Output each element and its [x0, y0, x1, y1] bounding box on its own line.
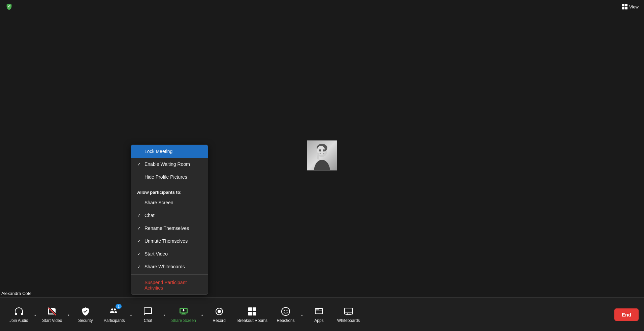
record-button[interactable]: Record	[206, 303, 233, 326]
chevron-up-video-icon	[67, 311, 70, 318]
whiteboards-button[interactable]: Whiteboards	[334, 303, 363, 326]
join-audio-arrow[interactable]	[33, 310, 37, 319]
menu-item-suspend[interactable]: Suspend Participant Activities	[131, 276, 208, 294]
svg-point-10	[323, 149, 325, 152]
menu-item-enable-waiting-room[interactable]: ✓ Enable Waiting Room	[131, 158, 208, 171]
svg-rect-16	[248, 307, 252, 311]
participant-avatar	[307, 140, 337, 171]
record-label: Record	[213, 318, 226, 323]
share-screen-label: Share Screen	[171, 318, 196, 323]
chat-icon	[142, 306, 153, 317]
security-button[interactable]: Security	[72, 303, 99, 326]
apps-button[interactable]: Apps	[305, 303, 332, 326]
participants-arrow[interactable]	[129, 310, 133, 319]
menu-item-chat[interactable]: ✓ Chat	[131, 209, 208, 222]
security-menu: Lock Meeting ✓ Enable Waiting Room Hide …	[131, 145, 208, 295]
check-icon-start-video: ✓	[137, 251, 142, 257]
apps-label: Apps	[314, 318, 323, 323]
grid-icon	[622, 4, 627, 9]
headphone-icon	[13, 306, 24, 317]
menu-item-share-screen[interactable]: Share Screen	[131, 196, 208, 209]
menu-item-lock-meeting[interactable]: Lock Meeting	[131, 145, 208, 158]
svg-rect-28	[345, 308, 353, 314]
share-screen-arrow[interactable]	[200, 310, 204, 319]
check-icon-chat: ✓	[137, 213, 142, 218]
svg-point-20	[282, 307, 290, 315]
breakout-rooms-label: Breakout Rooms	[237, 318, 267, 323]
svg-rect-1	[625, 4, 627, 6]
chevron-up-chat-icon	[163, 311, 166, 318]
svg-point-9	[319, 149, 321, 152]
share-screen-icon	[178, 306, 189, 317]
top-bar-left	[5, 3, 13, 10]
breakout-rooms-button[interactable]: Breakout Rooms	[234, 303, 271, 326]
shield-toolbar-icon	[80, 306, 91, 317]
participants-icon: 1	[109, 306, 120, 317]
svg-point-25	[316, 309, 317, 309]
end-button[interactable]: End	[614, 308, 639, 321]
whiteboard-icon	[343, 306, 354, 317]
share-screen-button[interactable]: Share Screen	[168, 303, 199, 326]
participants-button[interactable]: 1 Participants	[100, 303, 128, 326]
participant-video	[307, 140, 337, 171]
participants-badge: 1	[116, 304, 122, 309]
menu-item-start-video[interactable]: ✓ Start Video	[131, 247, 208, 260]
chat-arrow[interactable]	[162, 310, 166, 319]
svg-rect-19	[253, 312, 256, 315]
svg-point-15	[218, 310, 221, 313]
chevron-up-reactions-icon	[300, 311, 303, 318]
reactions-icon	[280, 306, 291, 317]
svg-rect-0	[622, 4, 624, 6]
chevron-up-participants-icon	[130, 311, 133, 318]
apps-icon	[314, 306, 324, 317]
start-video-button[interactable]: Start Video	[39, 303, 66, 326]
svg-point-27	[318, 309, 319, 309]
participant-name: Alexandra Cote	[1, 291, 32, 296]
start-video-group: Start Video	[39, 303, 71, 326]
menu-item-hide-profile[interactable]: Hide Profile Pictures	[131, 171, 208, 183]
svg-point-26	[317, 309, 318, 309]
top-bar: View	[0, 0, 644, 13]
chevron-up-icon	[34, 311, 37, 318]
join-audio-group: Join Audio	[5, 303, 37, 326]
chat-label: Chat	[144, 318, 152, 323]
menu-divider-2	[131, 274, 208, 275]
view-label: View	[629, 4, 639, 9]
share-screen-group: Share Screen	[168, 303, 204, 326]
svg-rect-17	[253, 307, 256, 311]
join-audio-label: Join Audio	[9, 318, 28, 323]
check-icon-whiteboards: ✓	[137, 264, 142, 269]
start-video-label: Start Video	[42, 318, 62, 323]
join-audio-button[interactable]: Join Audio	[5, 303, 32, 326]
breakout-rooms-icon	[247, 306, 258, 317]
reactions-group: Reactions	[272, 303, 304, 326]
start-video-arrow[interactable]	[66, 310, 71, 319]
view-button[interactable]: View	[622, 4, 639, 9]
svg-rect-2	[622, 7, 624, 9]
chat-button[interactable]: Chat	[134, 303, 161, 326]
record-icon	[214, 306, 225, 317]
check-icon-rename: ✓	[137, 226, 142, 231]
menu-item-share-whiteboards[interactable]: ✓ Share Whiteboards	[131, 260, 208, 273]
shield-icon	[5, 3, 13, 10]
svg-rect-18	[248, 312, 252, 315]
svg-rect-3	[625, 7, 627, 9]
toolbar: Join Audio Start Video	[0, 297, 644, 331]
main-area	[0, 13, 644, 297]
whiteboards-label: Whiteboards	[337, 318, 360, 323]
reactions-button[interactable]: Reactions	[272, 303, 299, 326]
menu-item-rename-themselves[interactable]: ✓ Rename Themselves	[131, 222, 208, 235]
participants-group: 1 Participants	[100, 303, 133, 326]
menu-item-unmute-themselves[interactable]: ✓ Unmute Themselves	[131, 235, 208, 247]
reactions-label: Reactions	[277, 318, 294, 323]
security-label: Security	[78, 318, 93, 323]
menu-divider	[131, 185, 208, 185]
check-icon-unmute: ✓	[137, 239, 142, 244]
svg-point-22	[287, 310, 288, 311]
participants-label: Participants	[104, 318, 125, 323]
allow-participants-header: Allow participants to:	[131, 186, 208, 196]
chat-group: Chat	[134, 303, 166, 326]
video-off-icon	[47, 306, 58, 317]
svg-point-21	[284, 310, 285, 311]
reactions-arrow[interactable]	[300, 310, 304, 319]
